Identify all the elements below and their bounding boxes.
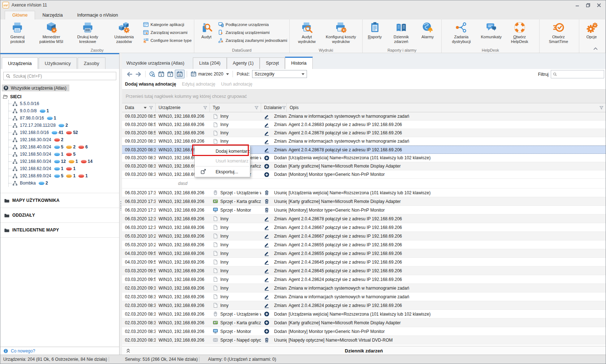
ribbon-tab[interactable]: Informacje o nVision [70,11,125,20]
table-row[interactable]: 02.03.2020 09:36:37 WIN10, 192.168.69.20… [122,284,606,292]
ribbon-button[interactable]: Alarmy [417,21,438,47]
main-tab[interactable]: Sprzęt [260,57,285,69]
sidebar-network-item[interactable]: 192.168.69.0/24 5 1 1 [9,172,119,179]
main-tab[interactable]: Historia [285,57,312,69]
ribbon-tab[interactable]: Narzędzia [35,11,70,20]
show-select[interactable]: Szczegóły [252,70,307,78]
filter-funnel-icon[interactable] [599,105,603,110]
sidebar-item-user-maps[interactable]: MAPY UŻYTKOWNIKA [0,193,119,208]
ribbon-button[interactable]: Otwórz HelpDesk [503,21,536,47]
ribbon-small-button[interactable]: Zarządzaj zaufanymi jednostkami [218,37,287,44]
table-row[interactable]: 02.03.2020 08:36:43 WIN10, 192.168.69.20… [122,336,606,344]
ribbon-button[interactable]: Dziennik zdarzeń [386,21,417,47]
table-row[interactable]: 02.03.2020 08:38:34 WIN10, 192.168.69.20… [122,301,606,310]
table-row[interactable]: 06.03.2020 17:34:42 WIN10, 192.168.69.20… [122,206,606,214]
table-row[interactable]: 06.03.2020 12:34:08 WIN10, 192.168.69.20… [122,214,606,223]
back-button[interactable] [125,70,134,78]
sidebar-network-item[interactable]: 87.98.0.0/16 1 [9,114,119,122]
user-annotation-row[interactable]: dasd [122,179,606,188]
filter-funnel-icon[interactable] [149,105,153,110]
search-input[interactable] [12,73,114,79]
main-tab[interactable]: Wszystkie urządzenia (Atlas) [126,58,193,69]
table-row[interactable]: 04.03.2020 09:58:02 WIN10, 192.168.69.20… [122,249,606,258]
column-header-device[interactable]: Urządzenie [156,103,210,112]
sidebar-network-item[interactable]: 172.17.208.112/28 2 [9,122,119,129]
ribbon-button[interactable]: Otwórz SmartTime [541,21,576,47]
sidebar-network-item[interactable]: 9.0.0.0/8 1 [9,107,119,114]
restore-button[interactable] [583,1,593,9]
whats-new-link[interactable]: Co nowego? [0,347,119,355]
ribbon-button[interactable]: Drukuj kody kreskowe [69,21,106,47]
main-tab[interactable]: Lista (204) [193,57,226,69]
month-picker[interactable]: marzec 2020 [189,71,230,77]
ribbon-button[interactable]: Audyt wydruków [291,21,323,47]
ribbon-button[interactable]: Generuj protokół [2,21,33,47]
table-row[interactable]: 05.03.2020 10:23:27 WIN10, 192.168.69.20… [122,240,606,249]
collapse-panel-icon[interactable] [126,348,131,353]
filter-funnel-icon[interactable] [282,105,286,110]
sidebar-tab[interactable]: Urządzenia [2,57,38,69]
ribbon-small-button[interactable]: Kategorie aplikacji [143,21,192,28]
column-header-type[interactable]: Typ [210,103,261,112]
ribbon-button[interactable]: Zadania dystrybucji [443,21,480,47]
ribbon-button[interactable]: Menedżer pakietów MSI [33,21,70,47]
sidebar-network-item[interactable]: 192.168.50.0/24 1 5 [9,151,119,158]
tree-root-item[interactable]: Wszystkie urządzenia (Atlas) [2,84,69,91]
sidebar-tab[interactable]: Użytkownicy [39,57,77,69]
table-row[interactable]: 02.03.2020 08:36:43 WIN10, 192.168.69.20… [122,318,606,327]
ribbon-button[interactable]: Raporty [364,21,386,47]
day-view-button[interactable] [157,70,166,78]
table-row[interactable]: 05.03.2020 10:25:13 WIN10, 192.168.69.20… [122,232,606,240]
column-header-desc[interactable]: Opis [287,103,606,112]
group-by-bar[interactable]: Przenieś tutaj nagłówek kolumny wg które… [122,89,606,103]
add-annotation-link[interactable]: Dodaj własną adnotację [125,82,176,87]
sidebar-network-item[interactable]: Bombka 2 [9,179,119,187]
ribbon-button[interactable]: Ustawienia zasobów [106,21,142,47]
filter-input[interactable] [558,71,602,77]
ribbon-button[interactable]: Konfiguruj koszty wydruków [323,21,359,47]
filter-funnel-icon[interactable] [254,105,259,110]
table-row[interactable]: 03.03.2020 09:54:19 WIN10, 192.168.69.20… [122,266,606,275]
month-view-button[interactable] [175,70,185,78]
sidebar-network-item[interactable]: 5.5.0.0/16 [9,100,119,107]
sidebar-network-item[interactable]: 192.168.0.0/16 41 52 [9,129,119,136]
sidebar-network-item[interactable]: 192.168.30.0/24 2 [9,136,119,143]
table-row[interactable]: 03.03.2020 09:53:33 WIN10, 192.168.69.20… [122,275,606,284]
table-row[interactable]: 04.03.2020 09:57:20 WIN10, 192.168.69.20… [122,258,606,266]
sidebar-network-item[interactable]: 192.168.40.0/24 5 2 6 [9,143,119,151]
minimize-button[interactable] [572,1,583,9]
ribbon-button[interactable]: Opcje [581,21,602,47]
table-row[interactable]: 06.03.2020 17:34:42 WIN10, 192.168.69.20… [122,197,606,206]
ribbon-small-button[interactable]: Zarządzaj urządzeniami [218,29,287,36]
sidebar-search[interactable] [3,72,116,80]
table-row[interactable]: 06.03.2020 12:33:26 WIN10, 192.168.69.20… [122,223,606,232]
filter-search[interactable] [551,70,604,78]
sidebar-network-item[interactable]: 192.168.62.0/24 1 1 [9,165,119,172]
sidebar-network-item[interactable]: 192.168.60.0/24 12 1 14 [9,158,119,165]
ribbon-small-button[interactable]: Podłączone urządzenia [218,21,287,28]
ribbon-tab[interactable]: Główne [5,11,35,20]
column-header-action[interactable]: Działanie [261,103,287,112]
collapse-ribbon-icon[interactable] [593,47,598,51]
ribbon-button[interactable]: Audyt [196,21,217,47]
tree-section-sieci[interactable]: SIECI [3,94,119,99]
ribbon-small-button[interactable]: Zarządzaj wzorcami [143,29,192,36]
ribbon-button[interactable]: Komunikaty [480,21,503,47]
main-tab[interactable]: Agenty (1) [227,57,260,69]
forward-button[interactable] [134,70,143,78]
table-row[interactable]: 06.03.2020 17:34:42 WIN10, 192.168.69.20… [122,188,606,197]
sidebar-tab[interactable]: Zasoby [78,57,105,69]
table-row[interactable]: 02.03.2020 08:36:43 WIN10, 192.168.69.20… [122,310,606,318]
filter-funnel-icon[interactable] [203,105,207,110]
splitter-grip[interactable] [120,201,121,211]
table-row[interactable]: 02.03.2020 08:36:43 WIN10, 192.168.69.20… [122,327,606,336]
table-row[interactable]: 02.03.2020 08:38:40 WIN10, 192.168.69.20… [122,292,606,301]
week-view-button[interactable] [166,70,175,78]
table-row[interactable]: 09.03.2020 08:55:44 WIN10, 192.168.69.20… [122,129,606,137]
table-row[interactable]: 09.03.2020 08:56:39 WIN10, 192.168.69.20… [122,112,606,121]
close-button[interactable] [593,1,604,9]
column-header-data[interactable]: Data [122,103,156,112]
menu-item-export[interactable]: Eksportuj... [195,167,250,177]
table-row[interactable]: 09.03.2020 08:56:32 WIN10, 192.168.69.20… [122,121,606,129]
history-range-button[interactable] [148,70,157,78]
